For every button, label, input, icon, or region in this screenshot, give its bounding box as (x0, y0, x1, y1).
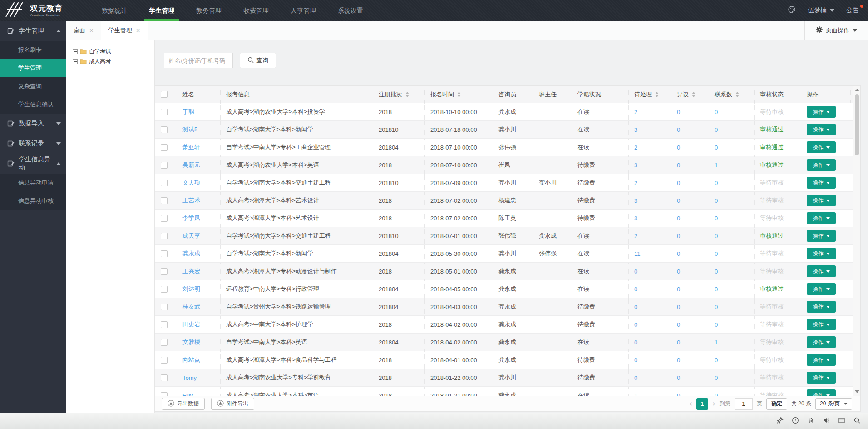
pending-count-link[interactable]: 11 (634, 250, 641, 257)
sidebar-group[interactable]: 联系记录 (0, 134, 66, 154)
power-icon[interactable] (792, 417, 799, 426)
sidebar-item[interactable]: 学生信息确认 (0, 95, 66, 114)
contact-count-link[interactable]: 1 (715, 339, 718, 346)
pending-count-link[interactable]: 1 (634, 392, 637, 396)
tree-node[interactable]: 自学考试 (73, 46, 154, 56)
pending-count-link[interactable]: 0 (634, 357, 637, 364)
select-all-checkbox[interactable] (161, 91, 168, 98)
row-checkbox[interactable] (161, 180, 168, 186)
dispute-count-link[interactable]: 0 (677, 357, 680, 364)
column-header[interactable]: 联系数 (709, 86, 755, 103)
student-name-link[interactable]: 文天项 (182, 179, 200, 187)
expand-plus-icon[interactable] (73, 49, 78, 54)
column-header[interactable]: 待处理 (629, 86, 671, 103)
sidebar-group[interactable]: 学生信息异动 (0, 154, 66, 174)
row-checkbox[interactable] (161, 339, 168, 346)
column-header[interactable]: 异议 (671, 86, 709, 103)
row-action-button[interactable]: 操作 (807, 372, 836, 384)
page-size-select[interactable]: 20 条/页 (815, 398, 852, 410)
row-action-button[interactable]: 操作 (807, 230, 836, 242)
sidebar-group[interactable]: 学生管理 (0, 21, 66, 41)
row-action-button[interactable]: 操作 (807, 124, 836, 135)
row-action-button[interactable]: 操作 (807, 354, 836, 366)
pending-count-link[interactable]: 0 (634, 304, 637, 310)
user-menu[interactable]: 伍梦楠 (808, 6, 834, 15)
nav-item[interactable]: 人事管理 (280, 0, 327, 21)
row-checkbox[interactable] (161, 321, 168, 328)
prev-page-icon[interactable]: ‹ (689, 400, 692, 408)
row-checkbox[interactable] (161, 233, 168, 239)
student-name-link[interactable]: 王艺术 (182, 196, 200, 205)
sidebar-group[interactable]: 数据导入 (0, 114, 66, 134)
confirm-page-button[interactable]: 确定 (766, 398, 787, 410)
row-checkbox[interactable] (161, 286, 168, 293)
sidebar-item[interactable]: 报名刷卡 (0, 41, 66, 59)
trash-icon[interactable] (807, 417, 814, 426)
contact-count-link[interactable]: 0 (715, 268, 718, 275)
nav-item[interactable]: 教务管理 (185, 0, 232, 21)
row-action-button[interactable]: 操作 (807, 177, 836, 189)
row-checkbox[interactable] (161, 357, 168, 364)
row-checkbox[interactable] (161, 197, 168, 204)
pending-count-link[interactable]: 3 (634, 162, 637, 169)
export-attachment-button[interactable]: 附件导出 (211, 398, 254, 410)
row-action-button[interactable]: 操作 (807, 301, 836, 313)
close-icon[interactable]: × (136, 27, 140, 34)
student-name-link[interactable]: 桂友武 (182, 303, 200, 311)
student-name-link[interactable]: 田史岩 (182, 320, 200, 329)
sidebar-item[interactable]: 信息异动申请 (0, 174, 66, 192)
contact-count-link[interactable]: 0 (715, 144, 718, 151)
row-action-button[interactable]: 操作 (807, 141, 836, 153)
pending-count-link[interactable]: 2 (634, 109, 637, 115)
row-checkbox[interactable] (161, 144, 168, 151)
page-number-input[interactable] (735, 398, 753, 410)
scrollbar-thumb[interactable] (855, 94, 859, 155)
row-action-button[interactable]: 操作 (807, 212, 836, 224)
dispute-count-link[interactable]: 0 (677, 268, 680, 275)
announcement-link[interactable]: 公告 (846, 6, 859, 15)
dispute-count-link[interactable]: 0 (677, 197, 680, 204)
scroll-down-arrow-icon[interactable] (855, 390, 859, 393)
vertical-scrollbar[interactable] (853, 86, 860, 396)
contact-count-link[interactable]: 0 (715, 286, 718, 293)
row-action-button[interactable]: 操作 (807, 106, 836, 118)
student-name-link[interactable]: Filly (182, 392, 193, 396)
pending-count-link[interactable]: 0 (634, 374, 637, 381)
dispute-count-link[interactable]: 0 (677, 126, 680, 133)
sort-icon[interactable] (457, 92, 461, 97)
expand-plus-icon[interactable] (73, 59, 78, 64)
student-name-link[interactable]: 文雅楼 (182, 338, 200, 346)
row-checkbox[interactable] (161, 392, 168, 396)
row-action-button[interactable]: 操作 (807, 195, 836, 206)
contact-count-link[interactable]: 0 (715, 180, 718, 186)
row-checkbox[interactable] (161, 304, 168, 310)
dispute-count-link[interactable]: 0 (677, 374, 680, 381)
nav-item[interactable]: 数据统计 (91, 0, 138, 21)
contact-count-link[interactable]: 0 (715, 197, 718, 204)
page-ops-button[interactable]: 页面操作 (804, 21, 868, 40)
pending-count-link[interactable]: 2 (634, 180, 637, 186)
contact-count-link[interactable]: 0 (715, 304, 718, 310)
search-button[interactable]: 查询 (240, 53, 276, 68)
row-action-button[interactable]: 操作 (807, 248, 836, 259)
tree-node[interactable]: 成人高考 (73, 56, 154, 66)
pending-count-link[interactable]: 0 (634, 321, 637, 328)
pending-count-link[interactable]: 0 (634, 268, 637, 275)
student-name-link[interactable]: Tomy (182, 374, 197, 381)
row-action-button[interactable]: 操作 (807, 265, 836, 277)
sort-icon[interactable] (655, 92, 659, 97)
dispute-count-link[interactable]: 0 (677, 215, 680, 222)
scroll-up-arrow-icon[interactable] (855, 89, 859, 91)
student-name-link[interactable]: 成天享 (182, 232, 200, 240)
dispute-count-link[interactable]: 0 (677, 162, 680, 169)
tab-active[interactable]: 学生管理× (101, 21, 148, 40)
row-checkbox[interactable] (161, 374, 168, 381)
next-page-icon[interactable]: › (712, 400, 715, 408)
sort-icon[interactable] (735, 92, 739, 97)
student-name-link[interactable]: 于聪 (182, 108, 194, 116)
row-checkbox[interactable] (161, 162, 168, 169)
pending-count-link[interactable]: 0 (634, 339, 637, 346)
student-name-link[interactable]: 王兴宏 (182, 267, 200, 275)
row-action-button[interactable]: 操作 (807, 159, 836, 171)
student-name-link[interactable]: 吴新元 (182, 161, 200, 169)
